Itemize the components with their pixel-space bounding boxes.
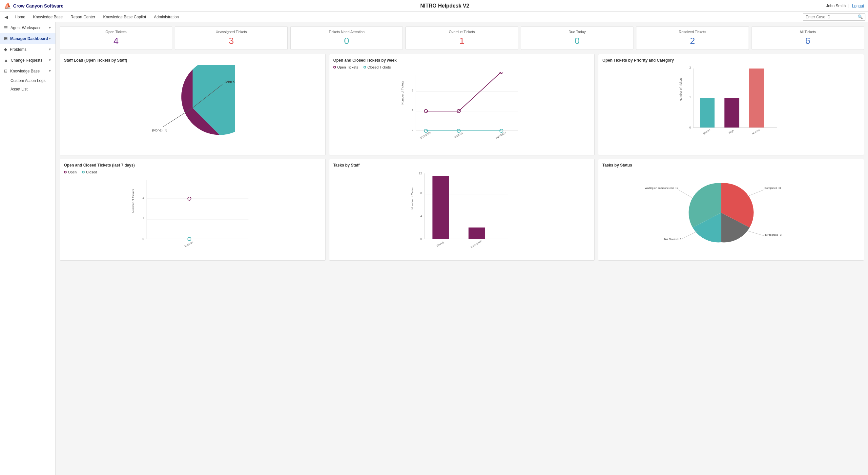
bar-normal[interactable] (749, 69, 764, 128)
svg-text:Waiting on someone else : 1: Waiting on someone else : 1 (645, 186, 678, 190)
svg-text:John Smith: John Smith (470, 240, 483, 249)
stat-attention-label: Tickets Need Attention (293, 30, 400, 34)
search-button[interactable]: 🔍 (856, 14, 865, 20)
open-closed-7days-title: Open and Closed Tickets (last 7 days) (64, 163, 321, 168)
search-input[interactable] (803, 14, 856, 20)
stat-open-tickets[interactable]: Open Tickets 4 (60, 26, 172, 50)
tasks-by-status-svg: Waiting on someone else : 1 Completed : … (602, 170, 860, 256)
logo-area: ⛵ Crow Canyon Software (4, 2, 63, 9)
bar-staff-none[interactable] (432, 176, 449, 239)
app-title: NITRO Helpdesk V2 (63, 3, 826, 9)
svg-text:In Progress : 3: In Progress : 3 (765, 233, 782, 236)
svg-text:0: 0 (412, 128, 413, 131)
svg-text:Number of Tickets: Number of Tickets (679, 77, 683, 101)
open-closed-week-title: Open and Closed Tickets by week (333, 58, 591, 63)
chart-tasks-by-status: Tasks by Status (598, 159, 864, 261)
stat-all-tickets[interactable]: All Tickets 6 (751, 26, 864, 50)
problems-icon: ◆ (4, 47, 7, 52)
stat-attention-tickets[interactable]: Tickets Need Attention 0 (290, 26, 403, 50)
staff-load-title: Staff Load (Open Tickets by Staff) (64, 58, 321, 63)
sidebar-sub-custom-action-logs[interactable]: Custom Action Logs (0, 76, 56, 85)
chart-tasks-by-staff: Tasks by Staff 0 4 8 12 (None) (329, 159, 595, 261)
agent-workspace-icon: ☰ (4, 25, 8, 30)
change-requests-icon: ▲ (4, 58, 8, 63)
chart-row-2: Open and Closed Tickets (last 7 days) Op… (60, 159, 864, 261)
staff-load-svg: John Smith : 1 (None) : 3 (150, 65, 235, 150)
nav-back-button[interactable]: ◀ (3, 14, 10, 20)
stat-attention-value: 0 (293, 36, 400, 46)
stat-overdue-label: Overdue Tickets (408, 30, 515, 34)
logo-text: Crow Canyon Software (13, 3, 63, 8)
change-requests-label: Change Requests (11, 58, 42, 63)
stat-due-today[interactable]: Due Today 0 (521, 26, 633, 50)
top-bar: ⛵ Crow Canyon Software NITRO Helpdesk V2… (0, 0, 868, 12)
stat-resolved-tickets[interactable]: Resolved Tickets 2 (636, 26, 749, 50)
sidebar: ☰ Agent Workspace ▼ ⊞ Manager Dashboard … (0, 22, 56, 475)
kb-icon: ⊟ (4, 69, 7, 73)
tasks-by-staff-svg: 0 4 8 12 (None) John Smith Number of Tas… (333, 170, 591, 256)
nav-knowledge-base[interactable]: Knowledge Base (30, 13, 66, 21)
svg-text:Normal: Normal (751, 128, 761, 135)
svg-text:2: 2 (143, 196, 144, 199)
svg-text:8: 8 (420, 192, 422, 195)
svg-line-57 (748, 231, 764, 236)
chevron-icon-4: ▼ (48, 58, 52, 62)
sidebar-item-knowledge-base[interactable]: ⊟ Knowledge Base ▼ (0, 66, 56, 76)
nav-home[interactable]: Home (11, 13, 29, 21)
closed-legend-label: Closed Tickets (367, 65, 391, 69)
stat-open-value: 4 (63, 36, 169, 46)
staff-load-chart: John Smith : 1 (None) : 3 (64, 65, 321, 150)
nav-report-center[interactable]: Report Center (67, 13, 98, 21)
stat-overdue-tickets[interactable]: Overdue Tickets 1 (405, 26, 518, 50)
svg-text:0: 0 (420, 237, 422, 241)
svg-text:Not Started : 6: Not Started : 6 (664, 238, 681, 241)
sidebar-item-problems[interactable]: ◆ Problems ▼ (0, 44, 56, 55)
svg-text:0: 0 (143, 237, 144, 241)
bar-staff-john[interactable] (468, 228, 485, 239)
nav-kb-copilot[interactable]: Knowledge Base Copilot (100, 13, 149, 21)
user-area: John Smith | Logout (826, 4, 864, 8)
sidebar-item-manager-dashboard[interactable]: ⊞ Manager Dashboard ▼ (0, 33, 56, 44)
stat-all-value: 6 (754, 36, 861, 46)
open-closed-week-svg: 0 1 2 (333, 72, 591, 144)
sidebar-item-agent-workspace[interactable]: ☰ Agent Workspace ▼ (0, 22, 56, 33)
open-legend-label: Open Tickets (337, 65, 358, 69)
agent-workspace-label: Agent Workspace (10, 26, 42, 30)
bar-high[interactable] (725, 98, 739, 128)
svg-text:High: High (728, 129, 735, 134)
bar-none[interactable] (700, 98, 715, 128)
nav-administration[interactable]: Administration (151, 13, 182, 21)
chevron-icon-2: ▼ (48, 37, 52, 40)
chart-priority-category: Open Tickets by Priority and Category 0 … (598, 54, 864, 156)
svg-text:2: 2 (412, 89, 413, 92)
svg-text:Number of Tickets: Number of Tickets (401, 81, 404, 105)
open-closed-7days-legend: Open Closed (64, 170, 321, 174)
username: John Smith (826, 4, 846, 8)
stat-resolved-label: Resolved Tickets (639, 30, 746, 34)
sidebar-sub-asset-list[interactable]: Asset List (0, 85, 56, 94)
stat-resolved-value: 2 (639, 36, 746, 46)
svg-text:Tuesday: Tuesday (184, 240, 194, 248)
stat-row: Open Tickets 4 Unassigned Tickets 3 Tick… (60, 26, 864, 50)
sidebar-item-change-requests[interactable]: ▲ Change Requests ▼ (0, 55, 56, 66)
chevron-icon-5: ▼ (48, 69, 52, 73)
open-7days-dot (64, 171, 67, 173)
tasks-by-staff-title: Tasks by Staff (333, 163, 591, 168)
chevron-icon: ▼ (48, 26, 52, 30)
svg-text:1: 1 (412, 108, 413, 112)
stat-overdue-value: 1 (408, 36, 515, 46)
logo-icon: ⛵ (4, 2, 11, 9)
stat-unassigned-value: 3 (178, 36, 284, 46)
stat-unassigned-tickets[interactable]: Unassigned Tickets 3 (175, 26, 287, 50)
svg-text:Number of Tickets: Number of Tickets (131, 189, 135, 213)
svg-text:(None) : 3: (None) : 3 (152, 129, 167, 132)
svg-text:Completed : 3: Completed : 3 (765, 186, 781, 190)
svg-text:0: 0 (689, 126, 691, 129)
svg-text:Number of Tasks: Number of Tasks (411, 187, 414, 209)
stat-unassigned-label: Unassigned Tickets (178, 30, 284, 34)
stat-due-today-value: 0 (524, 36, 630, 46)
nav-bar: ◀ Home Knowledge Base Report Center Know… (0, 12, 868, 22)
problems-label: Problems (10, 47, 27, 52)
logout-link[interactable]: Logout (852, 4, 864, 8)
svg-line-53 (679, 190, 693, 198)
